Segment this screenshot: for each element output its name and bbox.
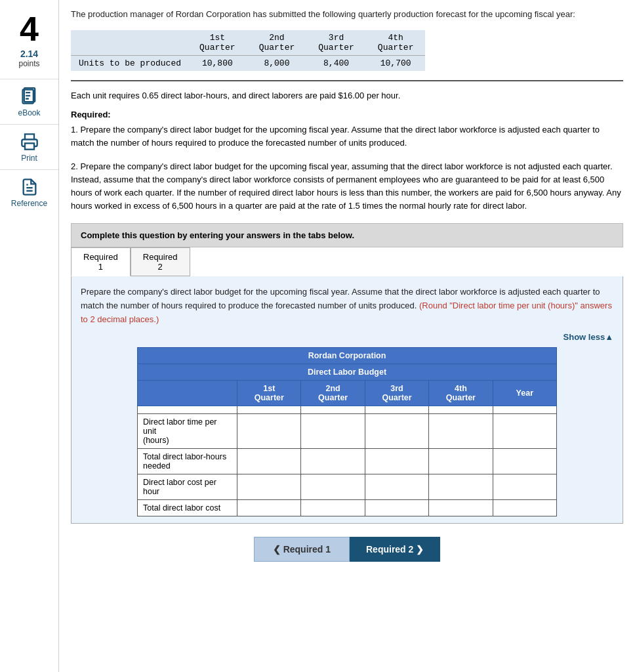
total-cost-q2-input[interactable]: [301, 501, 364, 515]
points-section: 2.14 points: [18, 49, 39, 68]
total-hours-q3-cell: [365, 448, 428, 474]
required-1-text: 1. Prepare the company's direct labor bu…: [71, 123, 623, 150]
labor-time-q2-cell: [301, 413, 365, 448]
labor-time-year-input[interactable]: [493, 424, 556, 438]
production-table: 1stQuarter 2ndQuarter 3rdQuarter 4thQuar…: [71, 30, 425, 71]
divider: [71, 80, 623, 81]
total-cost-q1-cell: [237, 499, 301, 516]
col-header-q2: 2ndQuarter: [301, 380, 365, 406]
cost-per-hour-q3-cell: [365, 474, 428, 499]
tab-content-area: Prepare the company's direct labor budge…: [71, 276, 623, 523]
tab-required1[interactable]: Required1: [71, 247, 131, 276]
required-2-text: 2. Prepare the company's direct labor bu…: [71, 160, 623, 213]
total-cost-q1-input[interactable]: [237, 501, 300, 515]
nav-buttons: ❮ Required 1 Required 2 ❯: [71, 537, 623, 562]
book-icon: [19, 86, 40, 107]
problem-intro: The production manager of Rordan Corpora…: [71, 8, 623, 21]
prev-button[interactable]: ❮ Required 1: [254, 537, 350, 562]
total-cost-q4-cell: [429, 499, 493, 516]
units-q1: 10,800: [188, 55, 247, 71]
col-header-year: Year: [493, 380, 556, 406]
sidebar-item-print[interactable]: Print: [0, 124, 58, 169]
empty-q1: [237, 406, 301, 413]
table-empty-row: [138, 406, 557, 413]
units-q3: 8,400: [306, 55, 366, 71]
cost-per-hour-q1-input[interactable]: [237, 480, 300, 494]
budget-table-wrapper: Rordan Corporation Direct Labor Budget 1…: [81, 347, 613, 516]
labor-time-q1-cell: [237, 413, 301, 448]
cost-per-hour-q4-cell: [429, 474, 493, 499]
sidebar: 4 2.14 points eBook: [0, 0, 59, 672]
tab-description: Prepare the company's direct labor budge…: [81, 285, 613, 326]
total-hours-q1-cell: [237, 448, 301, 474]
cost-per-hour-year-input[interactable]: [493, 480, 556, 494]
total-cost-year-cell: [493, 499, 556, 516]
print-icon: [19, 131, 40, 152]
col-q1-header: 1stQuarter: [188, 30, 247, 56]
svg-rect-2: [25, 143, 34, 149]
print-label: Print: [21, 154, 37, 163]
units-q2: 8,000: [247, 55, 307, 71]
total-hours-q1-input[interactable]: [237, 454, 300, 469]
tab-required2[interactable]: Required2: [131, 247, 190, 276]
total-hours-q4-cell: [429, 448, 493, 474]
points-label: points: [18, 59, 39, 68]
unit-info: Each unit requires 0.65 direct labor-hou…: [71, 91, 623, 100]
col-header-q4: 4thQuarter: [429, 380, 493, 406]
required-title: Required:: [71, 110, 623, 119]
empty-q2: [301, 406, 365, 413]
empty-q3: [365, 406, 428, 413]
total-cost-q2-cell: [301, 499, 365, 516]
total-hours-q3-input[interactable]: [365, 454, 428, 469]
show-less-button[interactable]: Show less▲: [81, 332, 613, 342]
total-hours-q2-input[interactable]: [301, 454, 364, 469]
total-hours-q2-cell: [301, 448, 365, 474]
empty-year: [493, 406, 556, 413]
next-button[interactable]: Required 2 ❯: [350, 537, 440, 562]
table-row-labor-time: Direct labor time per unit(hours): [138, 413, 557, 448]
total-hours-year-cell: [493, 448, 556, 474]
cost-per-hour-q2-cell: [301, 474, 365, 499]
total-hours-q4-input[interactable]: [429, 454, 492, 469]
total-cost-q3-input[interactable]: [365, 501, 428, 515]
instruction-box: Complete this question by entering your …: [71, 223, 623, 247]
labor-time-year-cell: [493, 413, 556, 448]
reference-label: Reference: [11, 199, 47, 208]
budget-company-name: Rordan Corporation: [138, 347, 557, 364]
labor-time-q4-input[interactable]: [429, 424, 492, 438]
col-header-empty: [138, 380, 237, 406]
table-row-total-cost: Total direct labor cost: [138, 499, 557, 516]
cost-per-hour-year-cell: [493, 474, 556, 499]
units-label: Units to be produced: [71, 55, 188, 71]
total-cost-year-input[interactable]: [493, 501, 556, 515]
total-hours-label: Total direct labor-hoursneeded: [138, 448, 237, 474]
main-content: The production manager of Rordan Corpora…: [59, 0, 635, 672]
col-q4-header: 4thQuarter: [366, 30, 426, 56]
cost-per-hour-q4-input[interactable]: [429, 480, 492, 494]
cost-per-hour-q3-input[interactable]: [365, 480, 428, 494]
labor-time-q4-cell: [429, 413, 493, 448]
empty-label: [138, 406, 237, 413]
units-q4: 10,700: [366, 55, 426, 71]
col-header-q3: 3rdQuarter: [365, 380, 428, 406]
tabs-container: Required1 Required2: [71, 247, 623, 276]
table-row-cost-per-hour: Direct labor cost per hour: [138, 474, 557, 499]
budget-title: Direct Labor Budget: [138, 364, 557, 380]
sidebar-item-reference[interactable]: Reference: [0, 169, 58, 215]
cost-per-hour-q2-input[interactable]: [301, 480, 364, 494]
sidebar-item-ebook[interactable]: eBook: [0, 79, 58, 124]
empty-q4: [429, 406, 493, 413]
ebook-label: eBook: [18, 108, 40, 117]
budget-table: Rordan Corporation Direct Labor Budget 1…: [137, 347, 557, 516]
cost-per-hour-q1-cell: [237, 474, 301, 499]
total-cost-q4-input[interactable]: [429, 501, 492, 515]
labor-time-q1-input[interactable]: [237, 424, 300, 438]
cost-per-hour-label: Direct labor cost per hour: [138, 474, 237, 499]
labor-time-q2-input[interactable]: [301, 424, 364, 438]
total-cost-q3-cell: [365, 499, 428, 516]
labor-time-label: Direct labor time per unit(hours): [138, 413, 237, 448]
points-value: 2.14: [18, 49, 39, 59]
labor-time-q3-input[interactable]: [365, 424, 428, 438]
table-row-total-hours: Total direct labor-hoursneeded: [138, 448, 557, 474]
total-hours-year-input[interactable]: [493, 454, 556, 469]
